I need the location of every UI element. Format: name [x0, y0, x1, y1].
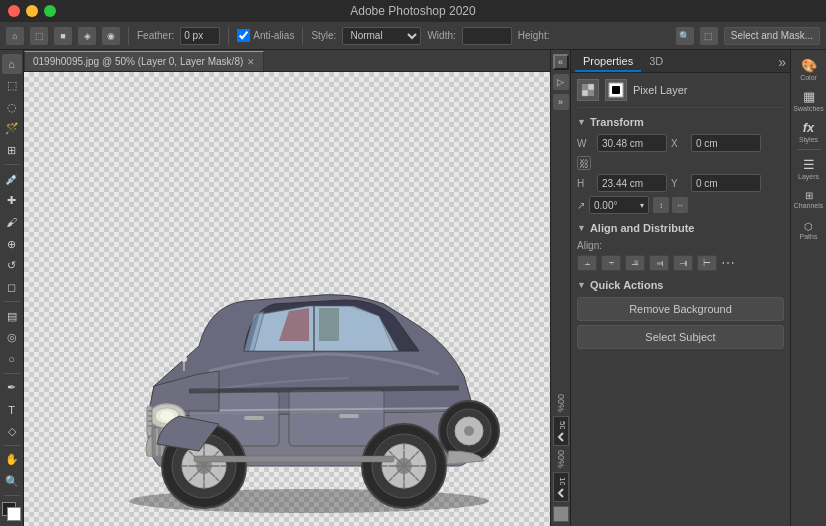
lasso-icon[interactable]: ◈: [78, 27, 96, 45]
text-tool[interactable]: T: [2, 400, 22, 420]
align-center-h-btn[interactable]: ⫟: [601, 255, 621, 271]
align-bottom-btn[interactable]: ⊢: [697, 255, 717, 271]
transform-header[interactable]: ▼ Transform: [577, 116, 784, 128]
feather-label: Feather:: [137, 30, 174, 41]
align-header[interactable]: ▼ Align and Distribute: [577, 222, 784, 234]
dodge-tool[interactable]: ○: [2, 350, 22, 370]
app-title: Adobe Photoshop 2020: [350, 4, 475, 18]
document-tab[interactable]: 0199h0095.jpg @ 50% (Layer 0, Layer Mask…: [24, 51, 264, 71]
angle-dropdown[interactable]: ▾: [640, 201, 644, 210]
w-label: W: [577, 138, 593, 149]
lasso-tool[interactable]: ◌: [2, 97, 22, 117]
layers-panel-btn[interactable]: ☰ Layers: [794, 153, 824, 183]
select-subject-button[interactable]: Select Subject: [577, 325, 784, 349]
angle-value: 0.00°: [594, 200, 617, 211]
arrow-down-icon[interactable]: ▷: [553, 74, 569, 90]
y-input[interactable]: [691, 174, 761, 192]
align-left-btn[interactable]: ⫠: [577, 255, 597, 271]
interp-icon-2[interactable]: ↔: [672, 197, 688, 213]
close-button[interactable]: [8, 5, 20, 17]
history-tool[interactable]: ↺: [2, 256, 22, 276]
panel-sep1: [797, 149, 821, 150]
feather-input[interactable]: [180, 27, 220, 45]
layers-icon: ☰: [803, 157, 815, 172]
w-input[interactable]: [597, 134, 667, 152]
home-icon[interactable]: ⌂: [6, 27, 24, 45]
expand-btn[interactable]: »: [553, 94, 569, 110]
magic-icon[interactable]: ◉: [102, 27, 120, 45]
sep1: [128, 27, 129, 45]
pen-tool[interactable]: ✒: [2, 378, 22, 398]
paths-panel-btn[interactable]: ⬡ Paths: [794, 215, 824, 245]
collapse-btn[interactable]: «: [553, 54, 569, 70]
angle-input[interactable]: 0.00° ▾: [589, 196, 649, 214]
props-more-icon[interactable]: »: [778, 54, 786, 70]
canvas-icon[interactable]: ⬚: [700, 27, 718, 45]
align-right-btn[interactable]: ⫡: [625, 255, 645, 271]
eyedropper-tool[interactable]: 💉: [2, 169, 22, 189]
transform-hrow: ⛓: [577, 156, 784, 170]
quick-select-tool[interactable]: 🪄: [2, 119, 22, 139]
zoom-select2[interactable]: 100%: [553, 472, 569, 502]
eraser-tool[interactable]: ◻: [2, 278, 22, 298]
crop-tool[interactable]: ⊞: [2, 141, 22, 161]
shape-tool[interactable]: ◇: [2, 421, 22, 441]
x-input[interactable]: [691, 134, 761, 152]
align-icons-row: ⫠ ⫟ ⫡ ⫤ ⫣ ⊢ ⋯: [577, 255, 784, 271]
tool-sep4: [4, 445, 20, 446]
select-mask-button[interactable]: Select and Mask...: [724, 27, 820, 45]
anti-alias-checkbox[interactable]: [237, 29, 250, 42]
color-panel-btn[interactable]: 🎨 Color: [794, 54, 824, 84]
options-bar: ⌂ ⬚ ■ ◈ ◉ Feather: Anti-alias Style: Nor…: [0, 22, 826, 50]
zoom-tool[interactable]: 🔍: [2, 472, 22, 492]
search-icon[interactable]: 🔍: [676, 27, 694, 45]
pixel-layer-label: Pixel Layer: [633, 84, 687, 96]
clone-tool[interactable]: ⊕: [2, 234, 22, 254]
tab-close-icon[interactable]: ✕: [247, 57, 255, 67]
anti-alias-label: Anti-alias: [237, 29, 294, 42]
tab-3d[interactable]: 3D: [641, 52, 671, 72]
align-top-btn[interactable]: ⫤: [649, 255, 669, 271]
height-label: Height:: [518, 30, 550, 41]
properties-panel: Properties 3D » Pixel Layer: [571, 50, 790, 526]
marquee-tool[interactable]: ⬚: [2, 76, 22, 96]
styles-icon: fx: [803, 120, 815, 135]
move-tool[interactable]: ⌂: [2, 54, 22, 74]
align-label: Align:: [577, 240, 784, 251]
interp-icon-1[interactable]: ↕: [653, 197, 669, 213]
maximize-button[interactable]: [44, 5, 56, 17]
minimize-button[interactable]: [26, 5, 38, 17]
wh-link-icon[interactable]: ⛓: [577, 156, 591, 170]
healing-tool[interactable]: ✚: [2, 191, 22, 211]
fg-color[interactable]: [2, 502, 22, 522]
car-image-area: [84, 176, 544, 516]
align-more-icon[interactable]: ⋯: [721, 255, 735, 271]
y-label: Y: [671, 178, 687, 189]
h-input[interactable]: [597, 174, 667, 192]
canvas-viewport[interactable]: [24, 72, 550, 526]
remove-bg-button[interactable]: Remove Background: [577, 297, 784, 321]
tab-properties[interactable]: Properties: [575, 52, 641, 72]
color-swatch[interactable]: [553, 506, 569, 522]
brush-tool[interactable]: 🖌: [2, 213, 22, 233]
blur-tool[interactable]: ◎: [2, 328, 22, 348]
qa-header[interactable]: ▼ Quick Actions: [577, 279, 784, 291]
tool-sep2: [4, 301, 20, 302]
rect-select-icon[interactable]: ⬚: [30, 27, 48, 45]
sep3: [302, 27, 303, 45]
fill-icon[interactable]: ■: [54, 27, 72, 45]
tab-label: 0199h0095.jpg @ 50% (Layer 0, Layer Mask…: [33, 56, 243, 67]
width-label: Width:: [427, 30, 455, 41]
props-content: Pixel Layer ▼ Transform W X ⛓: [571, 73, 790, 526]
zoom-select[interactable]: 50%: [553, 416, 569, 446]
svg-rect-47: [582, 90, 588, 96]
align-center-v-btn[interactable]: ⫣: [673, 255, 693, 271]
transform-section: ▼ Transform W X ⛓ H Y: [577, 116, 784, 214]
styles-panel-btn[interactable]: fx Styles: [794, 116, 824, 146]
hand-tool[interactable]: ✋: [2, 450, 22, 470]
swatches-panel-btn[interactable]: ▦ Swatches: [794, 85, 824, 115]
channels-panel-btn[interactable]: ⊞ Channels: [794, 184, 824, 214]
gradient-tool[interactable]: ▤: [2, 306, 22, 326]
width-input[interactable]: [462, 27, 512, 45]
style-select[interactable]: Normal Fixed Ratio Fixed Size: [342, 27, 421, 45]
